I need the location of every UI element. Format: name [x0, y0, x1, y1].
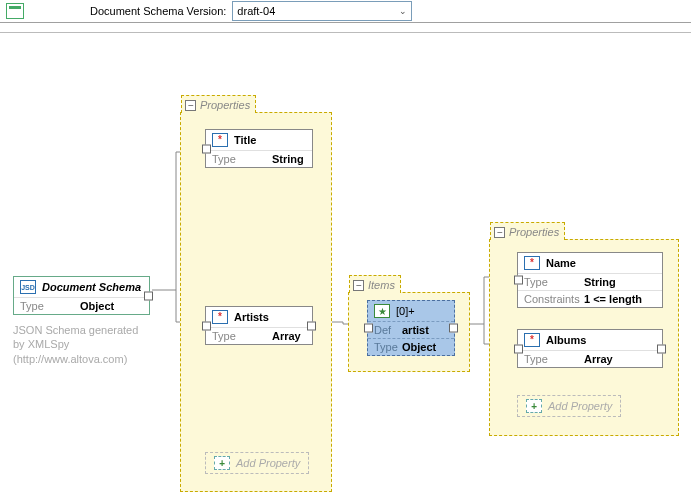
chevron-down-icon: ⌄ [399, 6, 407, 16]
port-out[interactable] [144, 291, 153, 300]
property-icon: * [212, 310, 228, 324]
port-out[interactable] [657, 344, 666, 353]
albums-node[interactable]: *Albums TypeArray [517, 329, 663, 368]
title-node[interactable]: *Title TypeString [205, 129, 313, 168]
item-icon: ★ [374, 304, 390, 318]
schema-canvas[interactable]: Document Schema Version: draft-04 ⌄ JSD … [0, 0, 691, 504]
port-out[interactable] [307, 321, 316, 330]
add-property-root[interactable]: +Add Property [205, 452, 309, 474]
schema-version-value: draft-04 [237, 5, 275, 17]
add-property-artist[interactable]: +Add Property [517, 395, 621, 417]
port-in[interactable] [202, 321, 211, 330]
toolbar-divider [0, 32, 691, 33]
document-schema-node[interactable]: JSD Document Schema TypeObject [13, 276, 150, 315]
collapse-icon[interactable]: − [185, 100, 196, 111]
property-icon: * [524, 256, 540, 270]
schema-version-select[interactable]: draft-04 ⌄ [232, 1, 412, 21]
generator-caption: JSON Schema generated by XMLSpy (http://… [13, 323, 143, 366]
property-icon: * [212, 133, 228, 147]
property-icon: * [524, 333, 540, 347]
artists-node[interactable]: *Artists TypeArray [205, 306, 313, 345]
port-in[interactable] [514, 344, 523, 353]
port-in[interactable] [202, 144, 211, 153]
document-schema-title: Document Schema [42, 281, 141, 293]
collapse-icon[interactable]: − [494, 227, 505, 238]
port-out[interactable] [449, 324, 458, 333]
items-node[interactable]: ★[0]+ Defartist TypeObject [367, 300, 455, 356]
properties-group-root[interactable]: −Properties [180, 112, 332, 492]
collapse-icon[interactable]: − [353, 280, 364, 291]
toolbar: Document Schema Version: draft-04 ⌄ [0, 0, 691, 23]
port-in[interactable] [364, 324, 373, 333]
schema-version-label: Document Schema Version: [90, 5, 226, 17]
port-in[interactable] [514, 276, 523, 285]
schema-root-icon: JSD [20, 280, 36, 294]
schema-doc-icon [6, 3, 24, 19]
name-node[interactable]: *Name TypeString Constraints1 <= length [517, 252, 663, 308]
